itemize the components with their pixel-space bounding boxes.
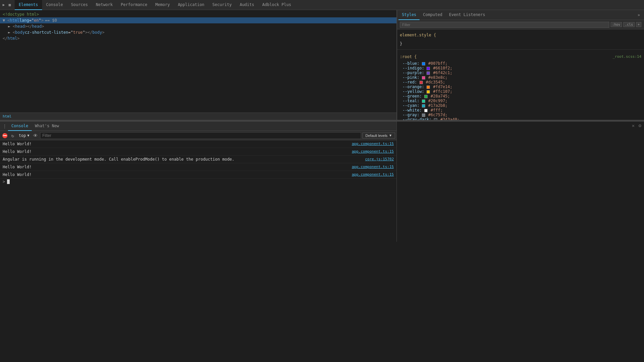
tab-network[interactable]: Network xyxy=(92,0,117,10)
tab-security[interactable]: Security xyxy=(208,0,236,10)
breadcrumb: html xyxy=(0,113,396,120)
console-message-source-3[interactable]: core.js:15702 xyxy=(365,156,394,162)
styles-tab-computed[interactable]: Computed xyxy=(420,10,446,20)
tab-console[interactable]: Console xyxy=(42,0,67,10)
styles-more-button[interactable]: » xyxy=(635,13,643,17)
console-message-text-5: Hello World! xyxy=(3,172,349,178)
tab-performance[interactable]: Performance xyxy=(117,0,151,10)
device-icon[interactable]: ▩ xyxy=(7,3,12,7)
tab-elements[interactable]: Elements xyxy=(15,0,42,10)
style-rule-element: element.style { } xyxy=(397,31,644,50)
console-section: ⋮ Console What's New ⛔ ↻ top ▼ 👁 Default xyxy=(0,122,644,242)
styles-content: element.style { } :root { _root.scss:14 … xyxy=(397,29,644,120)
context-dropdown-arrow: ▼ xyxy=(27,134,29,137)
breadcrumb-item[interactable]: html xyxy=(3,114,12,119)
color-swatch-gray-dark[interactable] xyxy=(434,118,437,120)
console-right-panel: ✕ ⚙ xyxy=(397,122,644,242)
color-swatch-green[interactable] xyxy=(424,95,428,98)
levels-dropdown-arrow: ▼ xyxy=(389,134,392,137)
color-swatch-gray[interactable] xyxy=(422,114,425,117)
console-message-source-2[interactable]: app.component.ts:15 xyxy=(352,149,394,155)
expand-body-arrow[interactable]: ► xyxy=(8,29,12,35)
console-filter-input[interactable] xyxy=(40,132,361,139)
close-icon[interactable]: ✕ xyxy=(632,123,635,128)
style-rule-root: :root { _root.scss:14 --blue: #007bff; -… xyxy=(397,52,644,120)
console-message-1: Hello World! app.component.ts:15 xyxy=(0,140,396,148)
gear-icon[interactable]: ⚙ xyxy=(639,123,641,128)
color-swatch-yellow[interactable] xyxy=(427,90,430,94)
expand-root-arrow[interactable]: ▼ xyxy=(3,17,7,23)
styles-tab-bar: Styles Computed Event Listeners » xyxy=(397,10,644,20)
color-swatch-red[interactable] xyxy=(420,81,423,84)
root-origin[interactable]: _root.scss:14 xyxy=(613,54,641,60)
color-swatch-teal[interactable] xyxy=(422,100,425,103)
console-message-text-4: Hello World! xyxy=(3,164,349,170)
html-head-line[interactable]: ► <head> </head> xyxy=(0,23,396,29)
context-label: top xyxy=(19,133,26,138)
tab-sources[interactable]: Sources xyxy=(67,0,92,10)
console-left-panel: ⋮ Console What's New ⛔ ↻ top ▼ 👁 Default xyxy=(0,122,397,242)
styles-filter-input[interactable] xyxy=(400,22,609,28)
console-prompt: > xyxy=(3,179,5,184)
styles-filter-bar: :hov .cls + xyxy=(397,20,644,29)
console-tab-whats-new[interactable]: What's New xyxy=(32,122,62,131)
root-selector: :root { xyxy=(400,54,417,59)
html-body-line[interactable]: ► <body cz-shortcut-listen="true" > </bo… xyxy=(0,29,396,35)
inspect-icon[interactable]: ▶ xyxy=(1,3,6,7)
refresh-button[interactable]: ↻ xyxy=(9,132,16,139)
html-close-line[interactable]: </html> xyxy=(0,35,396,41)
html-root-line[interactable]: ▼ <html lang="en" > == $0 xyxy=(0,17,396,23)
cls-badge[interactable]: .cls xyxy=(623,22,635,27)
color-swatch-white[interactable] xyxy=(424,109,428,112)
console-output: Hello World! app.component.ts:15 Hello W… xyxy=(0,140,396,242)
console-cursor xyxy=(7,179,10,184)
console-message-2: Hello World! app.component.ts:15 xyxy=(0,148,396,156)
console-message-4: Hello World! app.component.ts:15 xyxy=(0,163,396,171)
html-doctype-line[interactable]: <!doctype html> xyxy=(0,11,396,17)
console-tab-bar: ⋮ Console What's New xyxy=(0,122,396,131)
doctype-text: <!doctype html> xyxy=(3,11,39,17)
color-swatch-orange[interactable] xyxy=(427,85,430,89)
default-levels-button[interactable]: Default levels ▼ xyxy=(362,133,395,139)
devtools-tab-bar: ▶ ▩ Elements Console Sources Network Per… xyxy=(0,0,644,10)
style-selector: element.style { xyxy=(400,33,436,37)
console-toolbar: ⛔ ↻ top ▼ 👁 Default levels ▼ xyxy=(0,131,396,140)
tab-audits[interactable]: Audits xyxy=(236,0,258,10)
styles-tab-event-listeners[interactable]: Event Listeners xyxy=(446,10,488,20)
console-message-source-1[interactable]: app.component.ts:15 xyxy=(352,141,394,147)
tab-memory[interactable]: Memory xyxy=(151,0,174,10)
console-main: ⋮ Console What's New ⛔ ↻ top ▼ 👁 Default xyxy=(0,122,644,242)
console-tab-console[interactable]: Console xyxy=(8,122,32,131)
console-message-text-1: Hello World! xyxy=(3,141,349,147)
clear-console-button[interactable]: ⛔ xyxy=(1,132,8,139)
color-swatch-purple[interactable] xyxy=(427,71,430,75)
tab-adblock[interactable]: Adblock Plus xyxy=(258,0,295,10)
console-input-line[interactable]: > xyxy=(0,179,396,185)
html-tree: <!doctype html> ▼ <html lang="en" > == $… xyxy=(0,10,396,113)
dom-panel: <!doctype html> ▼ <html lang="en" > == $… xyxy=(0,10,397,120)
console-menu-dots[interactable]: ⋮ xyxy=(1,124,8,129)
default-levels-label: Default levels xyxy=(365,134,387,138)
styles-panel: Styles Computed Event Listeners » :hov .… xyxy=(397,10,644,120)
color-swatch-pink[interactable] xyxy=(422,76,425,79)
console-message-3: Angular is running in the development mo… xyxy=(0,156,396,163)
console-message-text-2: Hello World! xyxy=(3,149,349,155)
hov-badge[interactable]: :hov xyxy=(611,22,622,27)
eye-icon[interactable]: 👁 xyxy=(32,132,39,139)
console-message-source-4[interactable]: app.component.ts:15 xyxy=(352,164,394,170)
context-selector[interactable]: top ▼ xyxy=(17,133,31,139)
tab-application[interactable]: Application xyxy=(174,0,208,10)
console-message-5: Hello World! app.component.ts:15 xyxy=(0,171,396,179)
console-message-source-5[interactable]: app.component.ts:15 xyxy=(352,172,394,178)
expand-head-arrow[interactable]: ► xyxy=(8,23,12,29)
color-swatch-blue[interactable] xyxy=(422,62,425,65)
console-message-text-3: Angular is running in the development mo… xyxy=(3,156,362,162)
styles-tab-styles[interactable]: Styles xyxy=(398,10,420,20)
plus-badge[interactable]: + xyxy=(636,22,641,27)
color-swatch-indigo[interactable] xyxy=(427,67,430,70)
color-swatch-cyan[interactable] xyxy=(422,104,425,108)
